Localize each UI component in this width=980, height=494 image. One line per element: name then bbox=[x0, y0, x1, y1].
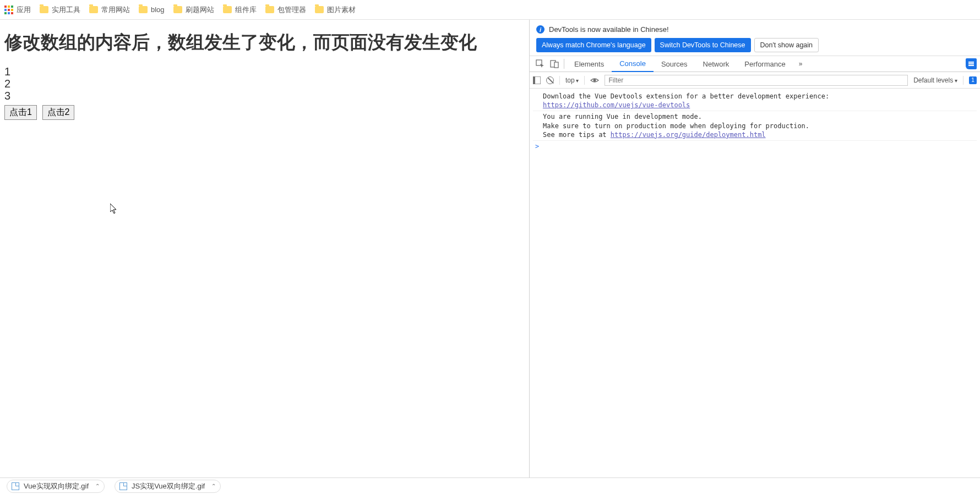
tab-performance[interactable]: Performance bbox=[737, 56, 793, 72]
switch-language-button[interactable]: Switch DevTools to Chinese bbox=[655, 38, 751, 52]
bookmark-folder[interactable]: blog bbox=[139, 6, 165, 14]
console-prompt[interactable]: > bbox=[533, 141, 977, 151]
bookmark-label: 组件库 bbox=[235, 5, 257, 15]
bookmark-label: 包管理器 bbox=[277, 5, 306, 15]
prompt-symbol: > bbox=[535, 142, 539, 150]
bookmark-label: blog bbox=[151, 6, 165, 14]
feedback-icon[interactable] bbox=[966, 58, 977, 69]
page-content: 修改数组的内容后，数组发生了变化，而页面没有发生变化 1 2 3 点击1 点击2 bbox=[0, 20, 530, 477]
downloads-bar: Vue实现双向绑定.gif ⌃ JS实现Vue双向绑定.gif ⌃ bbox=[0, 477, 980, 494]
bookmark-folder[interactable]: 实用工具 bbox=[40, 5, 80, 15]
console-text: You are running Vue in development mode. bbox=[543, 113, 702, 120]
live-expression-icon[interactable] bbox=[590, 76, 599, 85]
infobar-message: DevTools is now available in Chinese! bbox=[549, 25, 669, 34]
bookmark-folder[interactable]: 刷题网站 bbox=[173, 5, 214, 15]
tab-sources[interactable]: Sources bbox=[654, 56, 695, 72]
folder-icon bbox=[89, 6, 98, 13]
console-link[interactable]: https://vuejs.org/guide/deployment.html bbox=[611, 131, 766, 139]
bookmark-folder[interactable]: 包管理器 bbox=[265, 5, 306, 15]
click2-button[interactable]: 点击2 bbox=[42, 105, 75, 120]
svg-rect-2 bbox=[554, 62, 558, 68]
console-text: Download the Vue Devtools extension for … bbox=[543, 92, 829, 100]
apps-label: 应用 bbox=[17, 5, 31, 15]
list-item: 1 bbox=[4, 65, 525, 78]
bookmark-folder[interactable]: 常用网站 bbox=[89, 5, 130, 15]
apps-icon bbox=[4, 6, 13, 14]
console-message: You are running Vue in development mode.… bbox=[533, 111, 977, 141]
svg-rect-4 bbox=[533, 76, 535, 84]
info-icon: i bbox=[536, 25, 545, 34]
log-levels-selector[interactable]: Default levels bbox=[913, 76, 957, 84]
devtools-tabs: Elements Console Sources Network Perform… bbox=[530, 56, 980, 72]
folder-icon bbox=[173, 6, 182, 13]
console-toolbar: top Default levels 1 bbox=[530, 72, 980, 89]
download-item[interactable]: Vue实现双向绑定.gif ⌃ bbox=[7, 480, 105, 493]
console-sidebar-toggle-icon[interactable] bbox=[533, 76, 541, 84]
more-tabs-icon[interactable]: » bbox=[796, 60, 806, 68]
page-title: 修改数组的内容后，数组发生了变化，而页面没有发生变化 bbox=[4, 31, 525, 54]
context-selector[interactable]: top bbox=[565, 76, 579, 84]
folder-icon bbox=[265, 6, 274, 13]
issues-count-badge[interactable]: 1 bbox=[969, 76, 977, 84]
chevron-up-icon: ⌃ bbox=[95, 483, 100, 489]
console-text: Make sure to turn on production mode whe… bbox=[543, 122, 809, 130]
tab-elements[interactable]: Elements bbox=[567, 56, 612, 72]
apps-button[interactable]: 应用 bbox=[4, 5, 31, 15]
file-icon bbox=[119, 482, 127, 490]
devtools-panel: i DevTools is now available in Chinese! … bbox=[530, 20, 980, 477]
download-item[interactable]: JS实现Vue双向绑定.gif ⌃ bbox=[115, 480, 221, 493]
bookmark-label: 图片素材 bbox=[327, 5, 356, 15]
bookmark-folder[interactable]: 组件库 bbox=[223, 5, 257, 15]
console-output: Download the Vue Devtools extension for … bbox=[530, 89, 980, 153]
language-infobar: i DevTools is now available in Chinese! … bbox=[530, 20, 980, 56]
bookmarks-bar: 应用 实用工具 常用网站 blog 刷题网站 组件库 包管理器 图片素材 bbox=[0, 0, 980, 20]
bookmark-label: 实用工具 bbox=[52, 5, 80, 15]
click1-button[interactable]: 点击1 bbox=[4, 105, 37, 120]
console-message: Download the Vue Devtools extension for … bbox=[533, 91, 977, 111]
console-link[interactable]: https://github.com/vuejs/vue-devtools bbox=[543, 101, 690, 109]
clear-console-icon[interactable] bbox=[546, 76, 554, 84]
bookmark-label: 刷题网站 bbox=[186, 5, 214, 15]
dont-show-again-button[interactable]: Don't show again bbox=[754, 38, 819, 52]
download-filename: JS实现Vue双向绑定.gif bbox=[132, 481, 205, 491]
list-item: 3 bbox=[4, 90, 525, 102]
bookmark-label: 常用网站 bbox=[101, 5, 130, 15]
filter-input[interactable] bbox=[605, 75, 908, 86]
download-filename: Vue实现双向绑定.gif bbox=[24, 481, 89, 491]
device-toggle-icon[interactable] bbox=[547, 59, 562, 68]
tab-console[interactable]: Console bbox=[612, 57, 654, 72]
folder-icon bbox=[223, 6, 232, 13]
chevron-up-icon: ⌃ bbox=[211, 483, 216, 489]
folder-icon bbox=[315, 6, 324, 13]
folder-icon bbox=[139, 6, 148, 13]
list-item: 2 bbox=[4, 78, 525, 90]
bookmark-folder[interactable]: 图片素材 bbox=[315, 5, 356, 15]
console-text: See more tips at bbox=[543, 131, 611, 139]
tab-network[interactable]: Network bbox=[695, 56, 737, 72]
svg-point-5 bbox=[594, 79, 596, 81]
always-match-language-button[interactable]: Always match Chrome's language bbox=[536, 38, 651, 52]
file-icon bbox=[12, 482, 19, 490]
inspect-element-icon[interactable] bbox=[533, 59, 547, 68]
folder-icon bbox=[40, 6, 48, 13]
